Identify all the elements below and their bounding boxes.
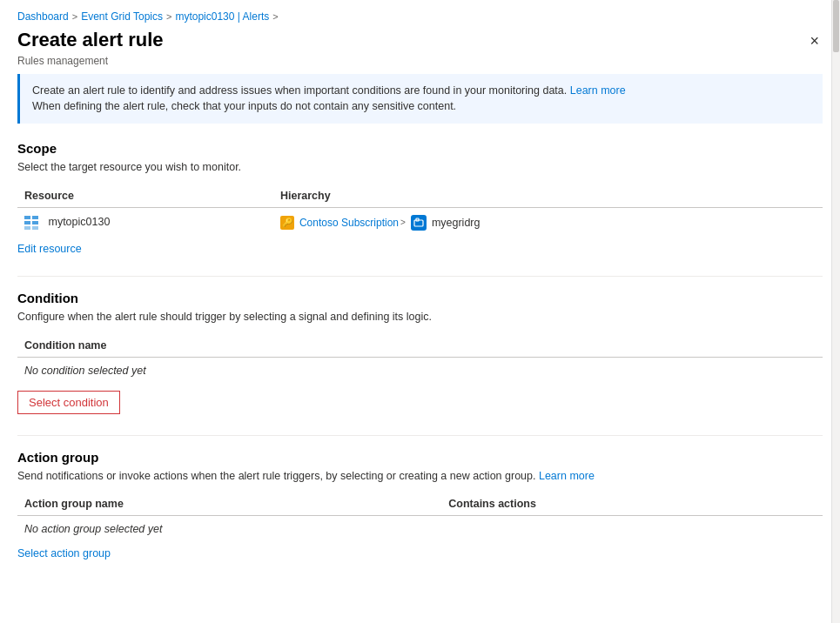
condition-divider xyxy=(17,435,823,436)
breadcrumb-event-grid[interactable]: Event Grid Topics xyxy=(81,10,163,23)
scope-table: Resource Hierarchy xyxy=(17,184,823,238)
svg-rect-2 xyxy=(24,221,30,224)
condition-placeholder: No condition selected yet xyxy=(17,357,823,384)
action-group-learn-more[interactable]: Learn more xyxy=(539,470,595,482)
action-group-placeholder-row: No action group selected yet xyxy=(17,516,823,543)
subscription-chevron: > xyxy=(400,218,406,227)
action-group-section: Action group Send notifications or invok… xyxy=(17,450,823,560)
create-alert-rule-panel: Dashboard > Event Grid Topics > mytopic0… xyxy=(0,0,840,623)
resource-cell: mytopic0130 xyxy=(17,207,273,238)
action-group-title: Action group xyxy=(17,450,823,465)
ag-col-actions: Contains actions xyxy=(441,492,823,516)
condition-description: Configure when the alert rule should tri… xyxy=(17,309,823,325)
action-group-placeholder: No action group selected yet xyxy=(17,516,823,543)
scrollbar-rail[interactable] xyxy=(831,0,840,623)
content-area: Create an alert rule to identify and add… xyxy=(0,74,840,623)
breadcrumb-sep-3: > xyxy=(272,11,278,22)
breadcrumb-dashboard[interactable]: Dashboard xyxy=(17,10,69,23)
action-group-description: Send notifications or invoke actions whe… xyxy=(17,468,823,485)
action-group-table: Action group name Contains actions No ac… xyxy=(17,492,823,542)
svg-rect-1 xyxy=(32,216,38,219)
info-text-2: When defining the alert rule, check that… xyxy=(32,100,456,112)
resource-name: mytopic0130 xyxy=(48,216,110,228)
breadcrumb: Dashboard > Event Grid Topics > mytopic0… xyxy=(0,0,840,23)
scrollbar-thumb[interactable] xyxy=(833,0,839,52)
scope-col-resource: Resource xyxy=(17,184,273,208)
scope-divider xyxy=(17,276,823,277)
edit-resource-link[interactable]: Edit resource xyxy=(17,243,82,255)
breadcrumb-alerts[interactable]: mytopic0130 | Alerts xyxy=(175,10,269,23)
resource-group-name: myegridrg xyxy=(432,217,480,229)
info-learn-more-link[interactable]: Learn more xyxy=(570,84,626,97)
svg-rect-5 xyxy=(32,226,38,230)
select-action-group-link[interactable]: Select action group xyxy=(17,547,111,559)
resource-group-icon xyxy=(411,215,427,231)
condition-table: Condition name No condition selected yet xyxy=(17,334,823,384)
subscription-name: Contoso Subscription xyxy=(299,217,399,229)
svg-rect-4 xyxy=(24,226,30,230)
breadcrumb-sep-2: > xyxy=(166,11,171,22)
key-icon: 🔑 xyxy=(280,216,294,230)
hierarchy-cell: 🔑 Contoso Subscription > myegridrg xyxy=(273,207,823,238)
panel-header: Create alert rule Rules management × xyxy=(0,23,840,74)
condition-title: Condition xyxy=(17,291,823,305)
breadcrumb-sep-1: > xyxy=(72,11,77,22)
panel-subtitle: Rules management xyxy=(17,55,823,67)
info-text-1: Create an alert rule to identify and add… xyxy=(32,84,567,97)
svg-rect-3 xyxy=(32,221,38,224)
scope-col-hierarchy: Hierarchy xyxy=(273,184,823,208)
subscription-link[interactable]: Contoso Subscription > xyxy=(299,217,406,229)
scope-table-row: mytopic0130 🔑 Contoso Subscription > xyxy=(17,207,823,238)
condition-placeholder-row: No condition selected yet xyxy=(17,357,823,384)
scope-title: Scope xyxy=(17,141,823,156)
select-condition-button[interactable]: Select condition xyxy=(17,391,120,414)
condition-section: Condition Configure when the alert rule … xyxy=(17,291,823,414)
scope-section: Scope Select the target resource you wis… xyxy=(17,141,823,255)
svg-rect-0 xyxy=(24,216,30,219)
scope-description: Select the target resource you wish to m… xyxy=(17,159,823,176)
action-group-desc-text: Send notifications or invoke actions whe… xyxy=(17,470,535,482)
info-box: Create an alert rule to identify and add… xyxy=(17,74,823,124)
resource-icon xyxy=(24,216,40,230)
condition-col-name: Condition name xyxy=(17,334,823,358)
close-button[interactable]: × xyxy=(806,30,823,52)
ag-col-name: Action group name xyxy=(17,492,441,516)
panel-title: Create alert rule xyxy=(17,28,823,53)
